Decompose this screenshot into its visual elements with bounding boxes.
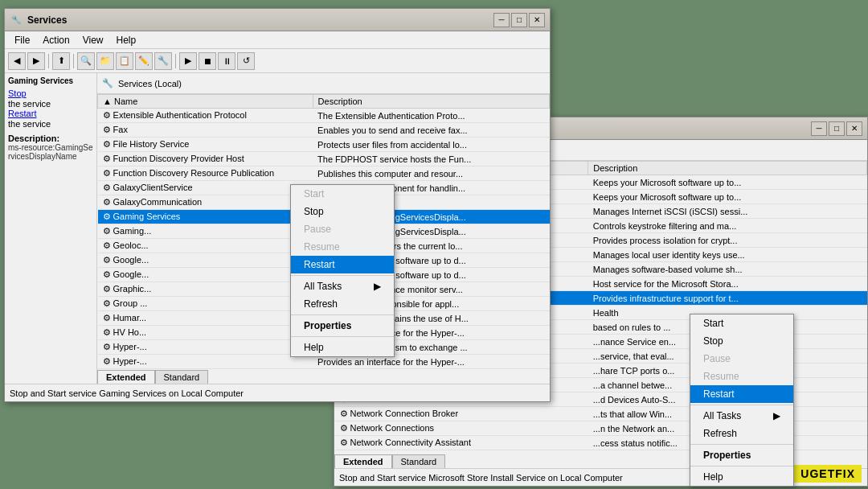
- main-row-name: ⚙ Function Discovery Provider Host: [98, 152, 313, 166]
- main-col-name[interactable]: ▲ Name: [98, 95, 313, 109]
- restart-service-link[interactable]: Restart: [8, 109, 93, 118]
- ctx-item-stop[interactable]: Stop: [690, 332, 793, 350]
- ctx-item-properties[interactable]: Properties: [291, 317, 394, 335]
- restore-btn[interactable]: □: [511, 13, 527, 27]
- second-row-desc: Manages local user identity keys use...: [588, 248, 867, 262]
- second-row-name: ⚙ Network Connections: [335, 421, 588, 436]
- restart-btn[interactable]: ↺: [237, 52, 255, 70]
- content-area: Gaming Services Stop the service Restart…: [5, 73, 550, 401]
- minimize-btn[interactable]: ─: [493, 13, 510, 27]
- stop-service-link[interactable]: Stop: [8, 88, 93, 98]
- main-address-bar: 🔧 Services (Local): [97, 73, 550, 94]
- main-row-name: ⚙ Hyper-...: [98, 355, 313, 369]
- toolbar-btn-3[interactable]: 🔍: [77, 52, 95, 70]
- main-table-row[interactable]: ⚙ File History ServiceProtects user file…: [98, 138, 550, 152]
- main-row-name: ⚙ Graphic...: [98, 282, 313, 297]
- second-tab-standard[interactable]: Standard: [392, 454, 446, 468]
- sidebar-desc-label: Description:: [8, 134, 93, 143]
- main-row-name: ⚙ File History Service: [98, 138, 313, 152]
- address-icon: 🔧: [102, 78, 113, 88]
- ctx-item-refresh[interactable]: Refresh: [291, 295, 394, 313]
- toolbar-btn-7[interactable]: 🔧: [154, 52, 172, 70]
- close-btn[interactable]: ✕: [529, 13, 545, 27]
- ctx-item-help[interactable]: Help: [291, 339, 394, 356]
- ctx-item-refresh[interactable]: Refresh: [690, 425, 793, 442]
- main-address-text: Services (Local): [118, 79, 182, 88]
- ctx-item-properties[interactable]: Properties: [690, 446, 793, 464]
- ctx-item-restart[interactable]: Restart: [690, 385, 793, 403]
- main-row-name: ⚙ Function Discovery Resource Publicatio…: [98, 166, 313, 181]
- toolbar-btn-5[interactable]: 📋: [116, 52, 133, 70]
- ctx-item-help[interactable]: Help: [690, 468, 793, 486]
- ctx-separator: [291, 275, 394, 276]
- main-row-name: ⚙ Fax: [98, 123, 313, 138]
- ctx-item-stop[interactable]: Stop: [291, 203, 394, 220]
- menu-file[interactable]: File: [8, 33, 36, 47]
- ctx-item-restart[interactable]: Restart: [291, 256, 394, 273]
- forward-btn[interactable]: ▶: [27, 52, 45, 70]
- ctx-item-pause: Pause: [690, 350, 793, 368]
- main-row-name: ⚙ Hyper-...: [98, 340, 313, 355]
- main-row-desc: Publishes this computer and resour...: [313, 166, 549, 181]
- ctx-separator: [690, 466, 793, 466]
- main-row-desc: The Extensible Authentication Proto...: [313, 109, 549, 123]
- minimize-btn-second[interactable]: ─: [811, 121, 827, 136]
- main-table-row[interactable]: ⚙ Extensible Authentication ProtocolThe …: [98, 109, 550, 123]
- main-table-row[interactable]: ⚙ Function Discovery Resource Publicatio…: [98, 166, 550, 181]
- toolbar-btn-6[interactable]: ✏️: [135, 52, 153, 70]
- second-row-name: ⚙ Network Connection Broker: [335, 407, 588, 421]
- ctx-separator: [690, 405, 793, 405]
- main-titlebar: 🔧 Services ─ □ ✕: [5, 9, 550, 31]
- second-row-desc: Host service for the Microsoft Stora...: [588, 277, 867, 291]
- sidebar-title: Gaming Services: [8, 76, 93, 85]
- main-table-row[interactable]: ⚙ FaxEnables you to send and receive fax…: [98, 123, 550, 138]
- toolbar-btn-4[interactable]: 📁: [96, 52, 114, 70]
- main-row-desc: The FDPHOST service hosts the Fun...: [313, 152, 549, 166]
- toolbar-sep-2: [73, 54, 74, 68]
- play-btn[interactable]: ▶: [179, 52, 197, 70]
- second-col-desc[interactable]: Description: [588, 162, 867, 175]
- second-row-desc: Provides infrastructure support for t...: [588, 291, 867, 306]
- second-row-name: ⚙ Network Connectivity Assistant: [335, 436, 588, 450]
- restart-suffix: the service: [8, 119, 51, 129]
- main-col-desc[interactable]: Description: [313, 95, 549, 109]
- restore-btn-second[interactable]: □: [829, 121, 845, 136]
- main-tab-extended[interactable]: Extended: [97, 370, 155, 384]
- stop-btn[interactable]: ⏹: [199, 52, 216, 70]
- stop-suffix: the service: [8, 99, 51, 109]
- toolbar-sep-3: [175, 54, 176, 68]
- second-row-desc: Controls keystroke filtering and ma...: [588, 219, 867, 233]
- main-tab-standard[interactable]: Standard: [155, 370, 209, 384]
- main-row-name: ⚙ GalaxyCommunication: [98, 195, 313, 210]
- ctx-item-start[interactable]: Start: [690, 314, 793, 332]
- main-row-name: ⚙ HV Ho...: [98, 326, 313, 340]
- menu-bar: File Action View Help: [5, 31, 550, 49]
- main-row-name: ⚙ Gaming...: [98, 224, 313, 239]
- main-title: Services: [27, 14, 493, 26]
- second-bottom-tabs: Extended Standard: [334, 454, 445, 468]
- ctx-item-all-tasks[interactable]: All Tasks▶: [690, 407, 793, 425]
- ctx-item-pause: Pause: [291, 220, 394, 238]
- main-context-menu: StartStopPauseResumeRestartAll Tasks▶Ref…: [290, 184, 395, 357]
- main-row-name: ⚙ Humar...: [98, 311, 313, 326]
- up-btn[interactable]: ⬆: [52, 52, 70, 70]
- toolbar: ◀ ▶ ⬆ 🔍 📁 📋 ✏️ 🔧 ▶ ⏹ ⏸ ↺: [5, 49, 550, 73]
- menu-action[interactable]: Action: [36, 33, 76, 47]
- back-btn[interactable]: ◀: [8, 52, 26, 70]
- menu-view[interactable]: View: [76, 33, 110, 47]
- second-row-desc: Manages Internet iSCSI (iSCSI) sessi...: [588, 204, 867, 219]
- second-context-menu: StartStopPauseResumeRestartAll Tasks▶Ref…: [690, 314, 794, 487]
- menu-help[interactable]: Help: [110, 33, 143, 47]
- main-row-desc: Enables you to send and receive fax...: [313, 123, 549, 138]
- main-table-row[interactable]: ⚙ Function Discovery Provider HostThe FD…: [98, 152, 550, 166]
- second-row-desc: Keeps your Microsoft software up to...: [588, 190, 867, 204]
- second-tab-extended[interactable]: Extended: [334, 454, 392, 468]
- main-status-bar: Stop and Start service Gaming Services o…: [5, 384, 550, 401]
- ctx-item-resume: Resume: [291, 238, 394, 256]
- pause-btn[interactable]: ⏸: [218, 52, 235, 70]
- second-row-desc: Provides process isolation for crypt...: [588, 233, 867, 248]
- ctx-item-all-tasks[interactable]: All Tasks▶: [291, 277, 394, 295]
- main-row-desc: Protects user files from accidental lo..…: [313, 138, 549, 152]
- close-btn-second[interactable]: ✕: [846, 121, 862, 136]
- ctx-separator: [291, 336, 394, 337]
